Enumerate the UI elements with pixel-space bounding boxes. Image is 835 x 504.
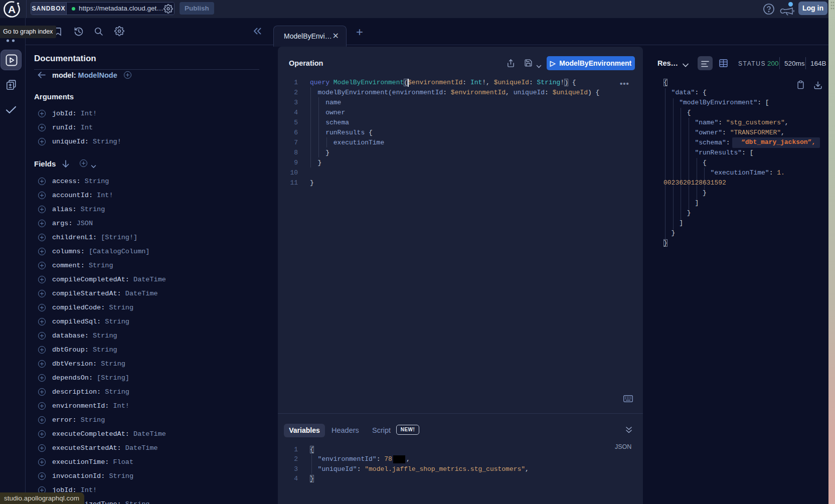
svg-text:A: A: [8, 4, 16, 15]
